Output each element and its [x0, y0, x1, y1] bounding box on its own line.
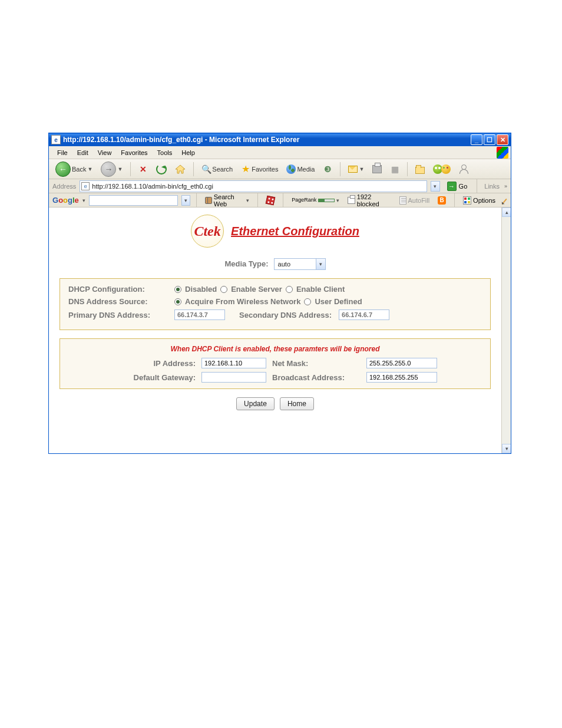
popup-blocker-button[interactable]: 1922 blocked — [345, 193, 393, 207]
default-gateway-label: Default Gateway: — [113, 373, 196, 382]
svg-marker-0 — [176, 165, 185, 173]
menu-help[interactable]: Help — [177, 148, 200, 157]
dns-source-label: DNS Address Source: — [68, 297, 174, 306]
printer-icon — [372, 165, 382, 173]
menu-favorites[interactable]: Favorites — [116, 148, 152, 157]
page-icon: e — [51, 135, 61, 144]
stop-button[interactable]: ✕ — [135, 162, 151, 177]
search-web-label: Search Web — [214, 193, 245, 207]
dice-icon — [266, 195, 276, 205]
netmask-input[interactable]: 255.255.255.0 — [366, 358, 437, 368]
pagerank-button[interactable]: PageRank ▾ — [289, 197, 342, 203]
home-button[interactable] — [172, 162, 189, 177]
blogger-icon: B — [438, 196, 446, 205]
forward-button[interactable]: → ▼ — [98, 162, 125, 177]
ip-address-input[interactable]: 192.168.1.10 — [201, 358, 266, 368]
binoculars-icon — [205, 197, 212, 204]
edit-button[interactable]: ▦ — [387, 162, 402, 177]
menu-edit[interactable]: Edit — [72, 148, 93, 157]
scrollbar[interactable]: ▴ ▾ — [501, 207, 511, 453]
links-chevron-icon[interactable]: » — [504, 183, 507, 189]
secondary-dns-input[interactable]: 66.174.6.7 — [339, 309, 389, 320]
chevron-down-icon: ▾ — [434, 183, 437, 189]
dhcp-config-label: DHCP Configuration: — [68, 285, 174, 294]
netmask-value: 255.255.255.0 — [369, 360, 411, 367]
broadcast-label: Broadcast Address: — [272, 373, 361, 382]
google-search-input[interactable] — [89, 195, 178, 206]
links-label[interactable]: Links — [483, 183, 501, 190]
media-type-select[interactable]: auto ▾ — [274, 258, 326, 270]
address-input[interactable]: e http://192.168.1.10/admin-bin/cfg_eth0… — [80, 180, 427, 192]
chevron-down-icon[interactable]: ▾ — [82, 197, 85, 203]
blogger-button[interactable]: B — [435, 196, 448, 205]
search-web-button[interactable]: Search Web ▾ — [203, 193, 252, 207]
chevron-down-icon: ▾ — [505, 446, 508, 452]
toolbar: ← Back ▼ → ▼ ✕ 🔍 Search ★ — [49, 159, 511, 179]
ip-address-label: IP Address: — [113, 359, 196, 368]
refresh-icon — [156, 164, 167, 174]
broadcast-input[interactable]: 192.168.255.255 — [366, 372, 437, 383]
favorites-button[interactable]: ★ Favorites — [238, 162, 281, 177]
primary-dns-input[interactable]: 66.174.3.7 — [174, 309, 225, 320]
options-button[interactable]: Options — [461, 196, 498, 205]
search-label: Search — [212, 166, 233, 173]
pencil-icon — [501, 198, 507, 204]
maximize-button[interactable]: ☐ — [484, 134, 495, 145]
stop-icon: ✕ — [138, 164, 148, 174]
scroll-down-button[interactable]: ▾ — [502, 444, 511, 453]
print-button[interactable] — [369, 162, 385, 177]
media-button[interactable]: Media — [283, 162, 318, 177]
separator — [283, 193, 283, 207]
google-logo[interactable]: Google — [52, 196, 79, 205]
person-button[interactable] — [456, 162, 471, 177]
search-button[interactable]: 🔍 Search — [199, 162, 236, 177]
home-page-button[interactable]: Home — [280, 397, 314, 410]
refresh-button[interactable] — [153, 162, 170, 177]
google-search-dropdown[interactable]: ▾ — [181, 195, 190, 206]
close-button[interactable]: ✕ — [497, 134, 508, 145]
dhcp-disabled-radio[interactable] — [174, 286, 181, 293]
scroll-up-button[interactable]: ▴ — [502, 207, 511, 217]
primary-dns-value: 66.174.3.7 — [177, 311, 208, 318]
home-icon — [175, 164, 186, 174]
back-button[interactable]: ← Back ▼ — [52, 162, 95, 177]
menu-file[interactable]: File — [52, 148, 72, 157]
favorites-label: Favorites — [252, 166, 278, 173]
menu-tools[interactable]: Tools — [153, 148, 177, 157]
separator — [454, 193, 455, 207]
button-row: Update Home — [59, 397, 491, 410]
go-button[interactable]: → Go — [444, 180, 471, 192]
menu-view[interactable]: View — [93, 148, 117, 157]
netmask-label: Net Mask: — [272, 359, 361, 368]
chevron-down-icon: ▾ — [246, 197, 249, 203]
dhcp-enable-client-radio[interactable] — [286, 286, 293, 293]
address-text: http://192.168.1.10/admin-bin/cfg_eth0.c… — [92, 183, 425, 190]
highlight-button[interactable] — [501, 197, 507, 204]
content-area: ▴ ▾ Ctek Ethernet Configuration Media Ty… — [49, 207, 511, 453]
dhcp-enable-server-radio[interactable] — [220, 286, 227, 293]
blocked-label: 1922 blocked — [357, 193, 391, 207]
dns-userdef-radio[interactable] — [304, 298, 311, 305]
media-type-value: auto — [275, 261, 316, 268]
mail-button[interactable]: ▼ — [345, 162, 367, 177]
dns-acquire-label: Acquire From Wireless Network — [185, 297, 300, 306]
mail-icon — [348, 166, 358, 173]
person-icon — [459, 164, 468, 174]
autofill-button[interactable]: AutoFill — [397, 196, 432, 205]
address-dropdown[interactable]: ▾ — [431, 181, 440, 192]
dhcp-dns-panel: DHCP Configuration: Disabled Enable Serv… — [59, 278, 491, 330]
ctek-logo: Ctek — [191, 215, 224, 248]
history-button[interactable]: ❸ — [320, 162, 335, 177]
ip-panel: When DHCP Client is enabled, these param… — [59, 338, 491, 389]
chevron-up-icon: ▴ — [505, 209, 508, 215]
ip-address-value: 192.168.1.10 — [204, 360, 242, 367]
minimize-button[interactable]: _ — [471, 134, 482, 145]
messenger-button[interactable] — [430, 162, 454, 177]
chevron-down-icon: ▼ — [117, 166, 123, 172]
dns-acquire-radio[interactable] — [174, 298, 181, 305]
folder-button[interactable] — [412, 162, 428, 177]
lucky-button[interactable] — [264, 196, 277, 205]
update-button[interactable]: Update — [236, 397, 275, 410]
default-gateway-input[interactable] — [201, 372, 266, 383]
chevron-down-icon: ▼ — [87, 166, 92, 172]
